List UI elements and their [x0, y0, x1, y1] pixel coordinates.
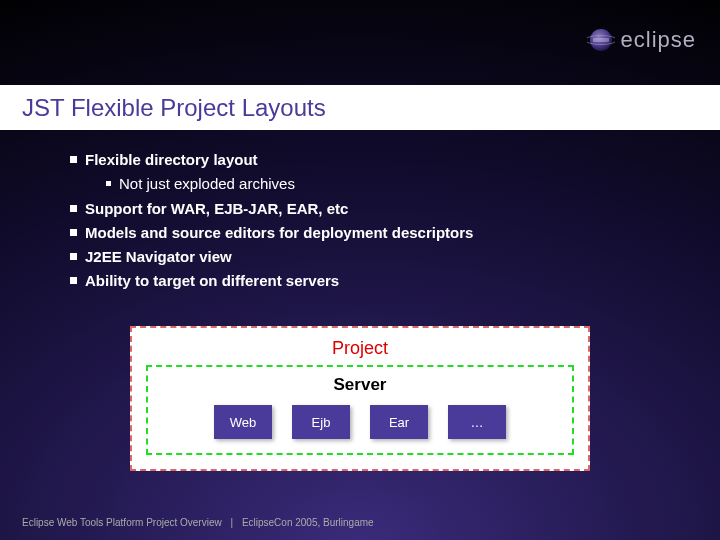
page-title: JST Flexible Project Layouts [22, 94, 326, 122]
bullet-text: Ability to target on different servers [85, 271, 339, 291]
bullet-text: J2EE Navigator view [85, 247, 232, 267]
modules-row: Web Ejb Ear … [160, 405, 560, 439]
title-bar: JST Flexible Project Layouts [0, 85, 720, 130]
bullet-icon [70, 229, 77, 236]
bullet-icon [70, 205, 77, 212]
project-label: Project [146, 338, 574, 359]
bullet-text: Flexible directory layout [85, 150, 258, 170]
bullet-2: Support for WAR, EJB-JAR, EAR, etc [70, 199, 680, 219]
server-box: Server Web Ejb Ear … [146, 365, 574, 455]
bullet-icon [70, 253, 77, 260]
bullet-icon [70, 156, 77, 163]
diagram: Project Server Web Ejb Ear … [130, 326, 590, 471]
footer-sep: | [230, 517, 233, 528]
brand-text: eclipse [621, 27, 696, 53]
module-web: Web [214, 405, 272, 439]
bullet-text: Not just exploded archives [119, 174, 295, 194]
bullet-3: Models and source editors for deployment… [70, 223, 680, 243]
bullet-5: Ability to target on different servers [70, 271, 680, 291]
content-area: Flexible directory layout Not just explo… [70, 150, 680, 296]
svg-point-0 [590, 29, 612, 51]
footer: Eclipse Web Tools Platform Project Overv… [22, 517, 374, 528]
footer-left: Eclipse Web Tools Platform Project Overv… [22, 517, 222, 528]
header-bar: eclipse [0, 0, 720, 80]
module-more: … [448, 405, 506, 439]
footer-right: EclipseCon 2005, Burlingame [242, 517, 374, 528]
bullet-4: J2EE Navigator view [70, 247, 680, 267]
bullet-text: Support for WAR, EJB-JAR, EAR, etc [85, 199, 348, 219]
module-ejb: Ejb [292, 405, 350, 439]
bullet-icon [106, 181, 111, 186]
project-box: Project Server Web Ejb Ear … [130, 326, 590, 471]
bullet-icon [70, 277, 77, 284]
bullet-text: Models and source editors for deployment… [85, 223, 473, 243]
eclipse-icon [587, 26, 615, 54]
server-label: Server [160, 375, 560, 395]
eclipse-logo: eclipse [587, 26, 696, 54]
bullet-1: Flexible directory layout [70, 150, 680, 170]
bullet-1a: Not just exploded archives [106, 174, 680, 194]
module-ear: Ear [370, 405, 428, 439]
